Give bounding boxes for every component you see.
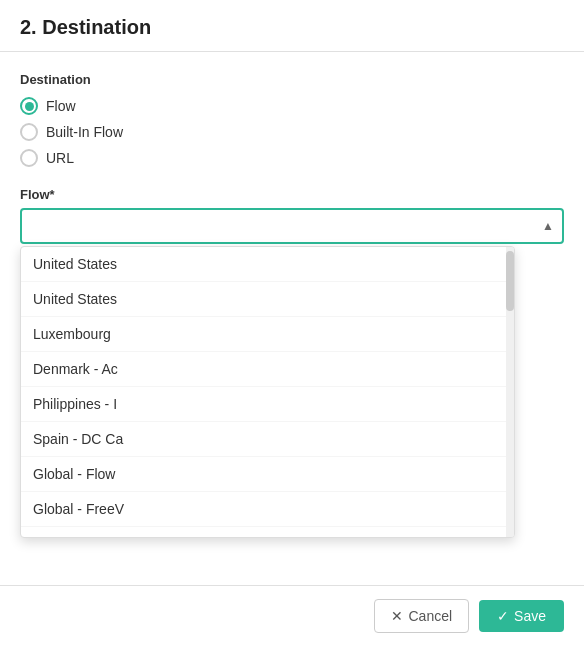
scrollbar-thumb[interactable] [506, 251, 514, 311]
flow-field-label: Flow* [20, 187, 564, 202]
flow-dropdown-wrapper: ▲ United StatesUnited StatesLuxembourgDe… [20, 208, 564, 244]
dropdown-list-container: United StatesUnited StatesLuxembourgDenm… [21, 247, 514, 537]
content-area: Destination Flow Built-In Flow URL Flow* [0, 52, 584, 244]
save-label: Save [514, 608, 546, 624]
scrollbar-track[interactable] [506, 247, 514, 537]
flow-dropdown-input[interactable] [20, 208, 564, 244]
page-container: 2. Destination Destination Flow Built-In… [0, 0, 584, 645]
list-item[interactable]: Denmark - Ac [21, 352, 514, 387]
list-item[interactable]: Spain - DC Ca [21, 422, 514, 457]
page-title: 2. Destination [20, 16, 564, 39]
save-button[interactable]: ✓ Save [479, 600, 564, 632]
save-icon: ✓ [497, 608, 509, 624]
destination-radio-group: Flow Built-In Flow URL [20, 97, 564, 167]
header: 2. Destination [0, 0, 584, 52]
radio-url-label: URL [46, 150, 74, 166]
list-item[interactable]: Luxembourg [21, 317, 514, 352]
list-item[interactable]: Philippines - I [21, 387, 514, 422]
radio-item-url[interactable]: URL [20, 149, 564, 167]
list-item[interactable]: Global - Flow [21, 457, 514, 492]
list-item[interactable]: United States [21, 247, 514, 282]
cancel-button[interactable]: ✕ Cancel [374, 599, 469, 633]
radio-flow-outer [20, 97, 38, 115]
cancel-label: Cancel [408, 608, 452, 624]
destination-section-label: Destination [20, 72, 564, 87]
list-item[interactable]: Philippines - K [21, 527, 514, 537]
radio-builtin-outer [20, 123, 38, 141]
flow-dropdown-list: United StatesUnited StatesLuxembourgDenm… [20, 246, 515, 538]
radio-flow-inner [25, 102, 34, 111]
radio-builtin-label: Built-In Flow [46, 124, 123, 140]
flow-field-group: Flow* ▲ United StatesUnited StatesLuxemb… [20, 187, 564, 244]
dropdown-list-inner[interactable]: United StatesUnited StatesLuxembourgDenm… [21, 247, 514, 537]
list-item[interactable]: Global - FreeV [21, 492, 514, 527]
cancel-icon: ✕ [391, 608, 403, 624]
list-item[interactable]: United States [21, 282, 514, 317]
radio-url-outer [20, 149, 38, 167]
radio-flow-label: Flow [46, 98, 76, 114]
footer: ✕ Cancel ✓ Save [0, 585, 584, 645]
radio-item-flow[interactable]: Flow [20, 97, 564, 115]
radio-item-built-in-flow[interactable]: Built-In Flow [20, 123, 564, 141]
